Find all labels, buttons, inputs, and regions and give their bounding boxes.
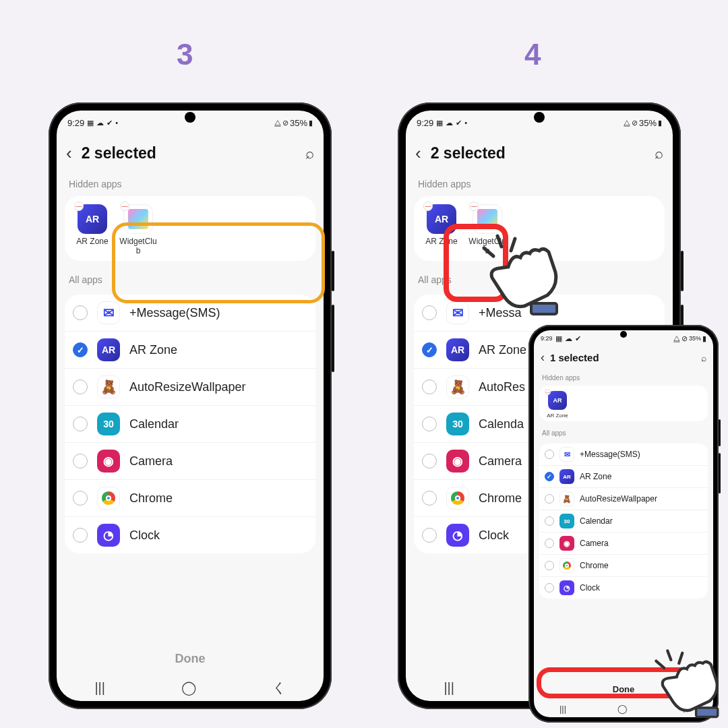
- checkbox[interactable]: [545, 583, 554, 593]
- all-apps-card: ✉+Message(SMS)ARAR Zone🧸AutoResizeWallpa…: [65, 295, 315, 553]
- all-apps-label: All apps: [539, 427, 708, 441]
- recents-button[interactable]: |||: [559, 704, 566, 714]
- ar-icon: AR: [446, 338, 469, 361]
- hidden-apps-card: — AR AR Zone: [539, 386, 708, 421]
- app-row-msg[interactable]: ✉+Message(SMS): [539, 444, 708, 466]
- recents-button[interactable]: |||: [444, 680, 454, 696]
- back-icon[interactable]: ‹: [66, 143, 72, 164]
- image-icon: ▦: [87, 119, 94, 127]
- hidden-app-label: AR Zone: [421, 237, 462, 246]
- chrome-icon: [446, 487, 469, 510]
- checkbox[interactable]: [545, 450, 554, 459]
- app-row-cam[interactable]: ◉Camera: [65, 443, 315, 480]
- image-icon: ▦: [555, 334, 562, 343]
- page-title: 2 selected: [431, 144, 645, 162]
- back-icon[interactable]: ‹: [415, 143, 421, 164]
- hidden-app-label: AR Zone: [71, 237, 113, 246]
- app-row-clock[interactable]: ◔Clock: [539, 577, 708, 599]
- wifi-icon: ⧋: [274, 119, 281, 127]
- checkbox[interactable]: [545, 516, 554, 526]
- app-name: Calendar: [129, 417, 179, 431]
- home-button[interactable]: ◯: [617, 704, 628, 714]
- all-apps-label: All apps: [414, 270, 665, 292]
- checkbox[interactable]: [422, 454, 437, 468]
- checkbox[interactable]: [422, 528, 437, 543]
- hidden-app-arzone[interactable]: — AR AR Zone: [543, 391, 572, 419]
- remove-icon[interactable]: —: [545, 389, 551, 395]
- checkbox[interactable]: [73, 305, 88, 320]
- all-apps-label: All apps: [65, 270, 315, 292]
- checkbox[interactable]: [545, 472, 554, 481]
- back-icon[interactable]: ‹: [541, 351, 545, 365]
- hidden-app-arzone[interactable]: — AR AR Zone: [71, 204, 113, 255]
- back-button[interactable]: く: [272, 679, 286, 697]
- checkbox[interactable]: [422, 342, 437, 357]
- app-row-chrome[interactable]: Chrome: [65, 480, 315, 517]
- app-row-cam[interactable]: ◉Camera: [539, 533, 708, 555]
- checkbox[interactable]: [73, 528, 88, 543]
- check-icon: ✔: [456, 119, 462, 127]
- remove-icon[interactable]: —: [74, 202, 84, 211]
- remove-icon[interactable]: —: [423, 202, 433, 211]
- nav-bar: ||| ◯ く: [57, 674, 324, 701]
- app-row-cal[interactable]: 30Calendar: [539, 510, 708, 533]
- app-row-chrome[interactable]: Chrome: [539, 555, 708, 577]
- checkbox[interactable]: [73, 417, 88, 431]
- header: ‹ 1 selected ⌕: [534, 346, 713, 371]
- recents-button[interactable]: |||: [94, 680, 105, 696]
- done-button[interactable]: Done: [534, 676, 713, 700]
- header: ‹ 2 selected ⌕: [57, 135, 324, 175]
- checkbox[interactable]: [73, 491, 88, 506]
- app-name: Camera: [479, 454, 522, 468]
- battery-text: 35%: [689, 335, 701, 342]
- checkbox[interactable]: [73, 454, 88, 468]
- back-button[interactable]: く: [679, 702, 688, 715]
- hidden-app-arzone[interactable]: — AR AR Zone: [421, 204, 462, 255]
- check-icon: ✔: [107, 119, 113, 127]
- checkbox[interactable]: [545, 494, 554, 504]
- checkbox[interactable]: [545, 561, 554, 570]
- checkbox[interactable]: [545, 539, 554, 548]
- battery-text: 35%: [639, 118, 657, 128]
- search-icon[interactable]: ⌕: [701, 353, 706, 363]
- auto-icon: 🧸: [446, 375, 469, 398]
- app-name: Chrome: [479, 491, 522, 506]
- app-row-auto[interactable]: 🧸AutoResizeWallpaper: [65, 369, 315, 406]
- battery-icon: ▮: [702, 334, 706, 343]
- checkbox[interactable]: [73, 342, 88, 357]
- front-camera: [534, 112, 545, 123]
- app-row-msg[interactable]: ✉+Message(SMS): [65, 295, 315, 332]
- app-name: Camera: [580, 539, 609, 548]
- hidden-apps-label: Hidden apps: [539, 371, 708, 386]
- checkbox[interactable]: [422, 491, 437, 506]
- app-row-ar[interactable]: ARAR Zone: [539, 466, 708, 488]
- page-title: 1 selected: [550, 352, 696, 363]
- app-row-cal[interactable]: 30Calendar: [65, 406, 315, 443]
- home-button[interactable]: ◯: [181, 679, 196, 696]
- cam-icon: ◉: [446, 450, 469, 473]
- phone-frame-3: 9:29 ▦ ☁ ✔ • ⧋ ⊘ 35% ▮ ‹ 2 selected ⌕ Hi…: [49, 102, 332, 709]
- app-name: Chrome: [580, 561, 609, 570]
- search-icon[interactable]: ⌕: [305, 145, 314, 162]
- remove-icon[interactable]: —: [469, 202, 479, 211]
- app-name: +Messa: [479, 306, 522, 320]
- page-title: 2 selected: [82, 144, 296, 162]
- hidden-app-widgetclub[interactable]: — WidgetClub: [117, 204, 159, 255]
- checkbox[interactable]: [73, 380, 88, 394]
- ar-icon: AR: [559, 469, 574, 484]
- cam-icon: ◉: [97, 450, 120, 473]
- checkbox[interactable]: [422, 305, 437, 320]
- app-row-clock[interactable]: ◔Clock: [65, 517, 315, 553]
- checkbox[interactable]: [422, 380, 437, 394]
- checkbox[interactable]: [422, 417, 437, 431]
- app-name: Calenda: [479, 417, 524, 431]
- status-time: 9:29: [417, 118, 433, 128]
- app-row-ar[interactable]: ARAR Zone: [65, 332, 315, 369]
- remove-icon[interactable]: —: [120, 202, 129, 211]
- front-camera: [185, 112, 195, 123]
- arzone-icon: AR: [548, 391, 567, 410]
- app-row-auto[interactable]: 🧸AutoResizeWallpaper: [539, 488, 708, 510]
- hidden-app-widgetclub[interactable]: — WidgetClub: [466, 204, 508, 255]
- search-icon[interactable]: ⌕: [655, 145, 663, 162]
- done-button[interactable]: Done: [57, 640, 324, 674]
